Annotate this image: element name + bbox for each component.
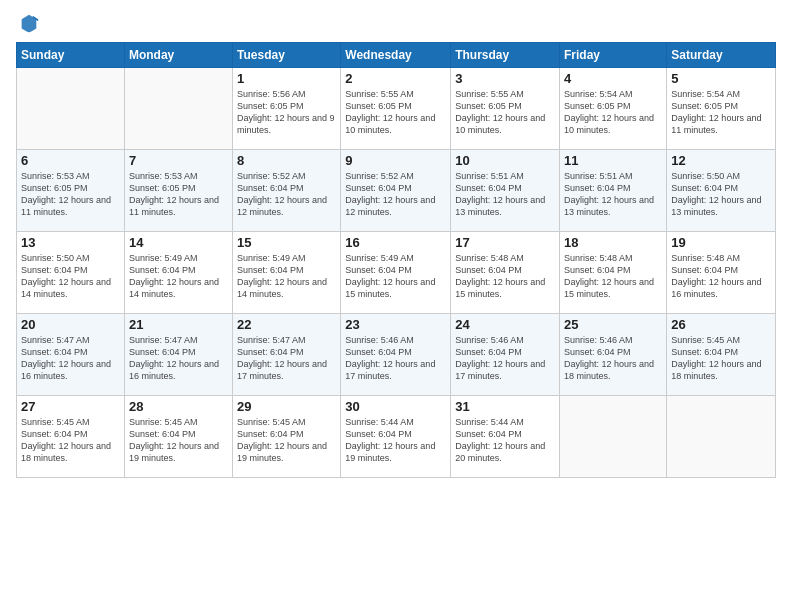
day-info: Sunrise: 5:47 AM Sunset: 6:04 PM Dayligh…	[237, 334, 336, 383]
calendar-cell: 29Sunrise: 5:45 AM Sunset: 6:04 PM Dayli…	[233, 396, 341, 478]
calendar-cell	[560, 396, 667, 478]
day-info: Sunrise: 5:54 AM Sunset: 6:05 PM Dayligh…	[671, 88, 771, 137]
day-number: 15	[237, 235, 336, 250]
day-info: Sunrise: 5:45 AM Sunset: 6:04 PM Dayligh…	[671, 334, 771, 383]
calendar-cell: 30Sunrise: 5:44 AM Sunset: 6:04 PM Dayli…	[341, 396, 451, 478]
day-info: Sunrise: 5:44 AM Sunset: 6:04 PM Dayligh…	[455, 416, 555, 465]
day-info: Sunrise: 5:48 AM Sunset: 6:04 PM Dayligh…	[671, 252, 771, 301]
calendar-cell: 22Sunrise: 5:47 AM Sunset: 6:04 PM Dayli…	[233, 314, 341, 396]
calendar-cell: 19Sunrise: 5:48 AM Sunset: 6:04 PM Dayli…	[667, 232, 776, 314]
calendar-cell: 5Sunrise: 5:54 AM Sunset: 6:05 PM Daylig…	[667, 68, 776, 150]
col-header-saturday: Saturday	[667, 43, 776, 68]
day-number: 21	[129, 317, 228, 332]
day-info: Sunrise: 5:52 AM Sunset: 6:04 PM Dayligh…	[237, 170, 336, 219]
calendar: SundayMondayTuesdayWednesdayThursdayFrid…	[16, 42, 776, 478]
col-header-friday: Friday	[560, 43, 667, 68]
calendar-cell: 8Sunrise: 5:52 AM Sunset: 6:04 PM Daylig…	[233, 150, 341, 232]
day-number: 17	[455, 235, 555, 250]
col-header-wednesday: Wednesday	[341, 43, 451, 68]
calendar-cell: 12Sunrise: 5:50 AM Sunset: 6:04 PM Dayli…	[667, 150, 776, 232]
day-number: 8	[237, 153, 336, 168]
day-number: 3	[455, 71, 555, 86]
day-number: 31	[455, 399, 555, 414]
day-info: Sunrise: 5:54 AM Sunset: 6:05 PM Dayligh…	[564, 88, 662, 137]
day-number: 7	[129, 153, 228, 168]
day-number: 12	[671, 153, 771, 168]
day-info: Sunrise: 5:45 AM Sunset: 6:04 PM Dayligh…	[21, 416, 120, 465]
day-number: 20	[21, 317, 120, 332]
calendar-cell	[17, 68, 125, 150]
calendar-cell: 10Sunrise: 5:51 AM Sunset: 6:04 PM Dayli…	[451, 150, 560, 232]
logo-icon	[18, 12, 40, 34]
day-number: 6	[21, 153, 120, 168]
day-number: 18	[564, 235, 662, 250]
day-info: Sunrise: 5:48 AM Sunset: 6:04 PM Dayligh…	[564, 252, 662, 301]
calendar-cell: 2Sunrise: 5:55 AM Sunset: 6:05 PM Daylig…	[341, 68, 451, 150]
col-header-monday: Monday	[124, 43, 232, 68]
page: SundayMondayTuesdayWednesdayThursdayFrid…	[0, 0, 792, 612]
day-number: 13	[21, 235, 120, 250]
calendar-cell: 28Sunrise: 5:45 AM Sunset: 6:04 PM Dayli…	[124, 396, 232, 478]
day-info: Sunrise: 5:51 AM Sunset: 6:04 PM Dayligh…	[564, 170, 662, 219]
day-info: Sunrise: 5:49 AM Sunset: 6:04 PM Dayligh…	[345, 252, 446, 301]
day-number: 23	[345, 317, 446, 332]
day-info: Sunrise: 5:53 AM Sunset: 6:05 PM Dayligh…	[21, 170, 120, 219]
calendar-cell	[124, 68, 232, 150]
logo-text	[16, 12, 40, 34]
calendar-cell: 4Sunrise: 5:54 AM Sunset: 6:05 PM Daylig…	[560, 68, 667, 150]
logo	[16, 12, 40, 34]
col-header-sunday: Sunday	[17, 43, 125, 68]
calendar-cell: 9Sunrise: 5:52 AM Sunset: 6:04 PM Daylig…	[341, 150, 451, 232]
day-number: 28	[129, 399, 228, 414]
calendar-cell: 6Sunrise: 5:53 AM Sunset: 6:05 PM Daylig…	[17, 150, 125, 232]
day-info: Sunrise: 5:46 AM Sunset: 6:04 PM Dayligh…	[345, 334, 446, 383]
calendar-cell: 7Sunrise: 5:53 AM Sunset: 6:05 PM Daylig…	[124, 150, 232, 232]
day-number: 16	[345, 235, 446, 250]
day-number: 19	[671, 235, 771, 250]
calendar-cell: 11Sunrise: 5:51 AM Sunset: 6:04 PM Dayli…	[560, 150, 667, 232]
col-header-tuesday: Tuesday	[233, 43, 341, 68]
day-number: 5	[671, 71, 771, 86]
day-info: Sunrise: 5:49 AM Sunset: 6:04 PM Dayligh…	[237, 252, 336, 301]
day-info: Sunrise: 5:52 AM Sunset: 6:04 PM Dayligh…	[345, 170, 446, 219]
day-info: Sunrise: 5:45 AM Sunset: 6:04 PM Dayligh…	[237, 416, 336, 465]
day-number: 11	[564, 153, 662, 168]
day-info: Sunrise: 5:45 AM Sunset: 6:04 PM Dayligh…	[129, 416, 228, 465]
day-number: 26	[671, 317, 771, 332]
calendar-cell: 14Sunrise: 5:49 AM Sunset: 6:04 PM Dayli…	[124, 232, 232, 314]
day-number: 29	[237, 399, 336, 414]
day-info: Sunrise: 5:50 AM Sunset: 6:04 PM Dayligh…	[21, 252, 120, 301]
calendar-cell: 25Sunrise: 5:46 AM Sunset: 6:04 PM Dayli…	[560, 314, 667, 396]
day-number: 2	[345, 71, 446, 86]
day-info: Sunrise: 5:56 AM Sunset: 6:05 PM Dayligh…	[237, 88, 336, 137]
day-info: Sunrise: 5:47 AM Sunset: 6:04 PM Dayligh…	[21, 334, 120, 383]
day-number: 27	[21, 399, 120, 414]
calendar-cell: 16Sunrise: 5:49 AM Sunset: 6:04 PM Dayli…	[341, 232, 451, 314]
calendar-cell: 13Sunrise: 5:50 AM Sunset: 6:04 PM Dayli…	[17, 232, 125, 314]
day-info: Sunrise: 5:48 AM Sunset: 6:04 PM Dayligh…	[455, 252, 555, 301]
day-info: Sunrise: 5:47 AM Sunset: 6:04 PM Dayligh…	[129, 334, 228, 383]
calendar-cell: 3Sunrise: 5:55 AM Sunset: 6:05 PM Daylig…	[451, 68, 560, 150]
calendar-cell	[667, 396, 776, 478]
day-info: Sunrise: 5:46 AM Sunset: 6:04 PM Dayligh…	[564, 334, 662, 383]
calendar-cell: 18Sunrise: 5:48 AM Sunset: 6:04 PM Dayli…	[560, 232, 667, 314]
day-number: 14	[129, 235, 228, 250]
day-number: 22	[237, 317, 336, 332]
day-info: Sunrise: 5:51 AM Sunset: 6:04 PM Dayligh…	[455, 170, 555, 219]
calendar-cell: 24Sunrise: 5:46 AM Sunset: 6:04 PM Dayli…	[451, 314, 560, 396]
calendar-cell: 26Sunrise: 5:45 AM Sunset: 6:04 PM Dayli…	[667, 314, 776, 396]
day-number: 1	[237, 71, 336, 86]
calendar-cell: 31Sunrise: 5:44 AM Sunset: 6:04 PM Dayli…	[451, 396, 560, 478]
header	[16, 12, 776, 34]
day-info: Sunrise: 5:55 AM Sunset: 6:05 PM Dayligh…	[455, 88, 555, 137]
day-number: 9	[345, 153, 446, 168]
day-info: Sunrise: 5:49 AM Sunset: 6:04 PM Dayligh…	[129, 252, 228, 301]
day-info: Sunrise: 5:55 AM Sunset: 6:05 PM Dayligh…	[345, 88, 446, 137]
day-info: Sunrise: 5:46 AM Sunset: 6:04 PM Dayligh…	[455, 334, 555, 383]
day-number: 4	[564, 71, 662, 86]
day-info: Sunrise: 5:50 AM Sunset: 6:04 PM Dayligh…	[671, 170, 771, 219]
calendar-cell: 27Sunrise: 5:45 AM Sunset: 6:04 PM Dayli…	[17, 396, 125, 478]
calendar-cell: 15Sunrise: 5:49 AM Sunset: 6:04 PM Dayli…	[233, 232, 341, 314]
calendar-cell: 21Sunrise: 5:47 AM Sunset: 6:04 PM Dayli…	[124, 314, 232, 396]
calendar-cell: 1Sunrise: 5:56 AM Sunset: 6:05 PM Daylig…	[233, 68, 341, 150]
